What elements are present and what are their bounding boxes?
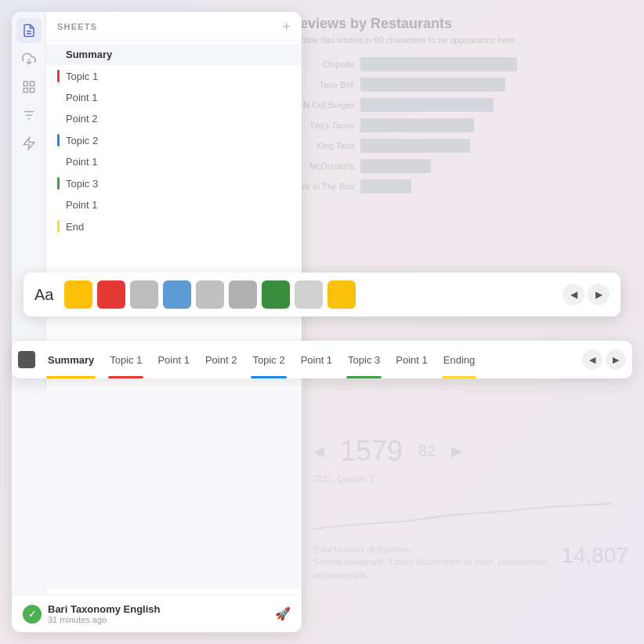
tab-label: Topic 1 [110,354,142,366]
tab-topic2[interactable]: Topic 2 [244,341,292,378]
swatch-gray1[interactable] [130,280,158,309]
tab-point1c[interactable]: Point 1 [388,341,435,378]
sheet-item-topic1[interactable]: Topic 1 [46,65,302,87]
swatch-yellow[interactable] [64,280,92,309]
sheet-item-label: Topic 3 [66,178,98,190]
tab-topic1[interactable]: Topic 1 [102,341,150,378]
color-toolbar: Aa ◀ ▶ [24,273,620,317]
bar-fill [360,139,470,153]
sheet-item-summary[interactable]: Summary [46,44,302,65]
tab-underline [251,376,286,378]
bar-fill [360,118,474,132]
chart-next-btn[interactable]: ▶ [451,443,462,460]
toolbar-nav: ◀ ▶ [563,284,610,306]
bar-fill [360,78,505,92]
chart-prev-btn[interactable]: ◀ [313,443,324,460]
tab-bar: SummaryTopic 1Point 1Point 2Topic 2Point… [12,341,632,378]
tab-summary[interactable]: Summary [40,341,102,378]
swatch-red[interactable] [97,280,125,309]
tab-label: Topic 2 [252,354,284,366]
bar-row: Tito's Tacos [290,118,636,132]
sheet-item-point2a[interactable]: Point 2 [46,108,302,129]
sheet-item-label: Topic 1 [66,71,98,82]
tab-label: Ending [443,354,475,366]
swatch-yellow2[interactable] [327,280,356,309]
swatch-blue[interactable] [163,280,191,309]
sheet-item-topic2[interactable]: Topic 2 [46,129,302,151]
sidebar-icon-export[interactable] [16,46,42,71]
bar-fill [360,159,431,173]
sheet-item-color [57,134,60,147]
tab-next-btn[interactable]: ▶ [606,349,626,370]
status-check-icon: ✓ [23,605,42,624]
sheet-item-color [57,177,60,190]
swatch-gray2[interactable] [196,280,224,309]
bar-chart-rows: Chipotle Taco Bell In N Out Burger Tito'… [290,57,636,194]
stat-main: 1579 [340,435,403,468]
toolbar-next-btn[interactable]: ▶ [588,284,610,306]
bar-row: Taco Bell [290,78,636,92]
sheet-item-label: Topic 2 [66,135,98,147]
tab-label: Topic 3 [348,354,380,366]
status-rocket-icon[interactable]: 🚀 [275,606,291,621]
tab-point1b[interactable]: Point 1 [293,341,340,378]
tab-ending[interactable]: Ending [436,341,483,378]
tab-point2[interactable]: Point 2 [197,341,244,378]
bottom-chart: ◀ 1579 82 ▶ 2011, Quarter 2 14,807 Total… [313,435,628,582]
sidebar-icon-filter[interactable] [16,103,42,128]
preview-area [12,390,302,589]
sheet-item-end[interactable]: End [46,215,302,237]
sheet-item-color [57,220,60,233]
sheet-item-point1c[interactable]: Point 1 [46,194,302,215]
svg-rect-4 [30,81,34,85]
tab-prev-btn[interactable]: ◀ [582,349,602,370]
swatch-green[interactable] [262,280,290,309]
tab-underline [442,376,476,378]
bar-row: Jack In The Box [290,179,636,194]
tab-topic3[interactable]: Topic 3 [340,341,388,378]
sidebar-icon-file[interactable] [16,18,42,43]
tab-point1a[interactable]: Point 1 [150,341,197,378]
sheet-add-button[interactable]: + [282,20,291,34]
sheet-item-point1b[interactable]: Point 1 [46,151,302,172]
sheet-item-topic3[interactable]: Topic 3 [46,172,302,194]
sheet-header: SHEETS + [46,12,302,41]
preview-inner [12,390,302,589]
tab-underline [46,376,96,378]
tab-underline [108,376,143,378]
svg-rect-3 [24,81,27,85]
sheet-item-point1a[interactable]: Point 1 [46,87,302,108]
status-bar: ✓ Bari Taxonomy English 31 minutes ago 🚀 [12,595,302,632]
sheet-item-color [57,70,60,82]
svg-rect-5 [24,89,27,92]
bar-row: Chipotle [290,57,636,71]
tab-label: Point 1 [301,354,332,366]
tab-nav: ◀ ▶ [582,349,626,370]
tab-items: SummaryTopic 1Point 1Point 2Topic 2Point… [40,341,483,378]
sheet-title: SHEETS [57,22,97,31]
bar-row: McDonald's [290,159,636,173]
chart-title: Reviews by Restaurants [290,16,636,32]
status-name: Bari Taxonomy English [48,603,275,615]
chart-subtitle: Subtitle has limited in 60 characters to… [290,35,636,45]
sheet-item-label: End [66,221,84,233]
sheet-item-label: Summary [66,49,112,60]
sidebar-icon-grid[interactable] [16,74,42,99]
tab-label: Point 2 [205,354,237,366]
swatch-gray4[interactable] [295,280,323,309]
swatch-gray3[interactable] [229,280,257,309]
bar-fill [360,179,411,194]
chart-line [313,490,628,537]
toolbar-prev-btn[interactable]: ◀ [563,284,584,306]
tab-underline [346,376,382,378]
tab-color-box [18,351,35,368]
sheet-item-label: Point 1 [66,199,97,211]
bar-row: King Taco [290,139,636,153]
tab-label: Point 1 [157,354,189,366]
sidebar-icon-lightning[interactable] [16,131,42,156]
stat-date: 2011, Quarter 2 [313,474,628,483]
svg-rect-6 [30,89,34,92]
sheet-item-label: Point 2 [66,113,97,125]
stat-secondary: 82 [418,442,436,460]
tab-label: Summary [48,354,94,366]
